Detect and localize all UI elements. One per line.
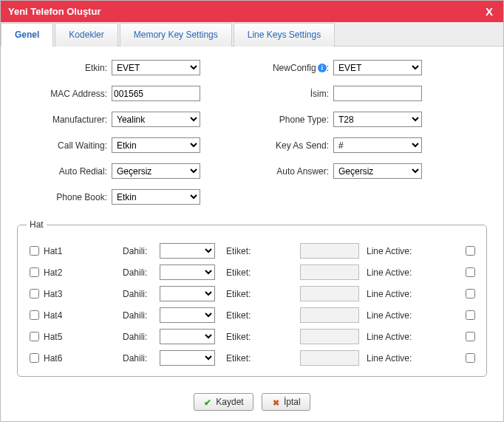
etiket-input[interactable] <box>300 243 359 259</box>
dahili-select[interactable] <box>160 265 215 280</box>
dahili-select[interactable] <box>160 329 215 344</box>
callwaiting-select[interactable]: Etkin <box>112 137 200 153</box>
hat-enable-checkbox[interactable] <box>30 332 39 341</box>
keyassend-label: Key As Send: <box>252 140 333 151</box>
mac-label: MAC Address: <box>16 89 112 99</box>
lineactive-checkbox[interactable] <box>466 246 475 256</box>
autoanswer-select[interactable]: Geçersiz <box>333 163 422 179</box>
newconfig-label: NewConfigi: <box>252 63 333 73</box>
etiket-label: Etiket: <box>226 246 300 256</box>
dahili-select[interactable] <box>160 350 215 366</box>
phonebook-label: Phone Book: <box>16 192 112 202</box>
dahili-select[interactable] <box>160 243 215 259</box>
hat-enable-checkbox[interactable] <box>30 289 39 298</box>
dahili-label: Dahili: <box>123 267 160 278</box>
etkin-select[interactable]: EVET <box>112 60 200 75</box>
lineactive-label: Line Active: <box>367 310 463 321</box>
etiket-label: Etiket: <box>226 332 300 342</box>
save-button-label: Kaydet <box>216 397 243 407</box>
dialog: Yeni Telefon Oluştur X Genel Kodekler Me… <box>0 0 504 422</box>
isim-input[interactable] <box>333 86 422 101</box>
etiket-input[interactable] <box>300 265 359 280</box>
lineactive-checkbox[interactable] <box>466 332 475 341</box>
phonebook-select[interactable]: Etkin <box>112 189 200 205</box>
lineactive-label: Line Active: <box>367 267 463 278</box>
hat-name: Hat3 <box>44 289 62 299</box>
lineactive-checkbox[interactable] <box>466 267 475 277</box>
hat-enable-checkbox[interactable] <box>30 310 39 320</box>
phonetype-select[interactable]: T28 <box>333 112 422 127</box>
hat-enable-checkbox[interactable] <box>30 267 39 277</box>
autoanswer-label: Auto Answer: <box>252 166 333 177</box>
dahili-label: Dahili: <box>123 246 160 256</box>
close-button[interactable]: X <box>483 5 496 18</box>
autoredial-label: Auto Redial: <box>16 166 112 177</box>
newconfig-select[interactable]: EVET <box>333 60 422 75</box>
manufacturer-select[interactable]: Yealink <box>112 112 200 127</box>
phonetype-label: Phone Type: <box>252 115 333 125</box>
dahili-label: Dahili: <box>123 353 160 364</box>
hat-name: Hat4 <box>44 310 62 321</box>
tab-line-keys-settings[interactable]: Line Keys Settings <box>234 23 335 47</box>
autoredial-select[interactable]: Geçersiz <box>112 163 200 179</box>
etiket-input[interactable] <box>300 329 359 344</box>
info-icon[interactable]: i <box>318 64 327 72</box>
etiket-label: Etiket: <box>226 267 300 278</box>
keyassend-select[interactable]: # <box>333 137 422 153</box>
hat-row: Hat6Dahili:Etiket:Line Active: <box>27 350 477 366</box>
hat-row: Hat1Dahili:Etiket:Line Active: <box>27 243 477 259</box>
isim-label: İsim: <box>252 89 333 99</box>
dahili-label: Dahili: <box>123 310 160 321</box>
etiket-label: Etiket: <box>226 310 300 321</box>
lineactive-checkbox[interactable] <box>466 310 475 320</box>
hat-row: Hat5Dahili:Etiket:Line Active: <box>27 329 477 344</box>
dialog-title: Yeni Telefon Oluştur <box>8 6 101 17</box>
hat-row: Hat2Dahili:Etiket:Line Active: <box>27 265 477 280</box>
title-bar: Yeni Telefon Oluştur X <box>1 1 503 22</box>
hat-name: Hat2 <box>44 267 62 278</box>
tab-content: Etkin: EVET NewConfigi: EVET MAC Address… <box>1 47 503 384</box>
mac-input[interactable] <box>112 86 200 101</box>
lineactive-checkbox[interactable] <box>466 353 475 363</box>
manufacturer-label: Manufacturer: <box>16 115 112 125</box>
tab-memory-key-settings[interactable]: Memory Key Settings <box>120 23 232 47</box>
hat-enable-checkbox[interactable] <box>30 353 39 363</box>
tab-bar: Genel Kodekler Memory Key Settings Line … <box>1 22 503 47</box>
lineactive-label: Line Active: <box>367 353 463 364</box>
save-button[interactable]: Kaydet <box>194 393 253 411</box>
cancel-button-label: İptal <box>284 397 301 407</box>
hat-name: Hat5 <box>44 332 62 342</box>
dahili-select[interactable] <box>160 286 215 301</box>
hat-name: Hat6 <box>44 353 62 364</box>
etiket-input[interactable] <box>300 350 359 366</box>
lineactive-label: Line Active: <box>367 332 463 342</box>
tab-genel[interactable]: Genel <box>1 23 53 47</box>
hat-legend: Hat <box>27 219 47 230</box>
etiket-input[interactable] <box>300 307 359 323</box>
lineactive-label: Line Active: <box>367 246 463 256</box>
callwaiting-label: Call Waiting: <box>16 140 112 151</box>
etkin-label: Etkin: <box>16 63 112 73</box>
hat-row: Hat3Dahili:Etiket:Line Active: <box>27 286 477 301</box>
etiket-label: Etiket: <box>226 289 300 299</box>
lineactive-checkbox[interactable] <box>466 289 475 298</box>
dahili-select[interactable] <box>160 307 215 323</box>
dahili-label: Dahili: <box>123 332 160 342</box>
tab-kodekler[interactable]: Kodekler <box>55 23 118 47</box>
cancel-button[interactable]: İptal <box>262 393 310 411</box>
dahili-label: Dahili: <box>123 289 160 299</box>
form-grid: Etkin: EVET NewConfigi: EVET MAC Address… <box>16 60 488 205</box>
check-icon <box>203 397 212 406</box>
hat-enable-checkbox[interactable] <box>30 246 39 256</box>
lineactive-label: Line Active: <box>367 289 463 299</box>
x-icon <box>271 397 280 406</box>
etiket-input[interactable] <box>300 286 359 301</box>
hat-name: Hat1 <box>44 246 62 256</box>
hat-row: Hat4Dahili:Etiket:Line Active: <box>27 307 477 323</box>
etiket-label: Etiket: <box>226 353 300 364</box>
button-bar: Kaydet İptal <box>1 384 503 421</box>
hat-fieldset: Hat Hat1Dahili:Etiket:Line Active:Hat2Da… <box>17 219 487 377</box>
